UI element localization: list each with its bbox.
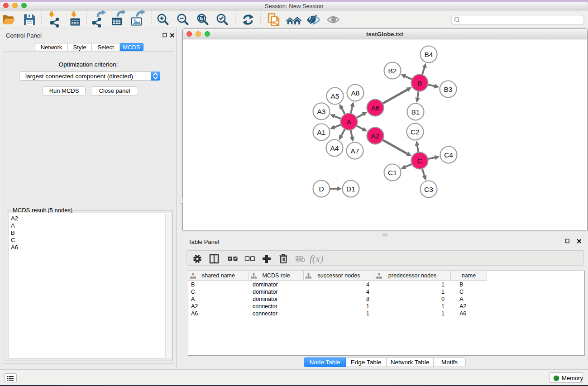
svg-text:C1: C1 (388, 169, 397, 176)
svg-text:D: D (319, 185, 324, 193)
svg-text:C3: C3 (424, 186, 433, 193)
svg-text:D1: D1 (346, 185, 355, 193)
svg-text:B: B (417, 79, 422, 87)
svg-text:B1: B1 (411, 108, 420, 116)
svg-text:B4: B4 (425, 51, 433, 58)
svg-text:B3: B3 (444, 86, 453, 93)
svg-text:A6: A6 (371, 104, 380, 112)
svg-text:A5: A5 (331, 92, 339, 100)
svg-text:C2: C2 (411, 128, 420, 136)
svg-text:A: A (347, 118, 352, 126)
svg-text:A3: A3 (317, 108, 326, 115)
svg-text:A4: A4 (330, 144, 339, 152)
svg-text:A8: A8 (351, 89, 360, 97)
svg-text:A2: A2 (371, 132, 380, 140)
svg-text:C: C (417, 157, 422, 165)
svg-text:f(x): f(x) (310, 253, 324, 264)
svg-text:C4: C4 (444, 151, 453, 159)
svg-text:B2: B2 (388, 67, 397, 75)
svg-text:A7: A7 (351, 147, 359, 155)
svg-text:A1: A1 (317, 129, 326, 136)
